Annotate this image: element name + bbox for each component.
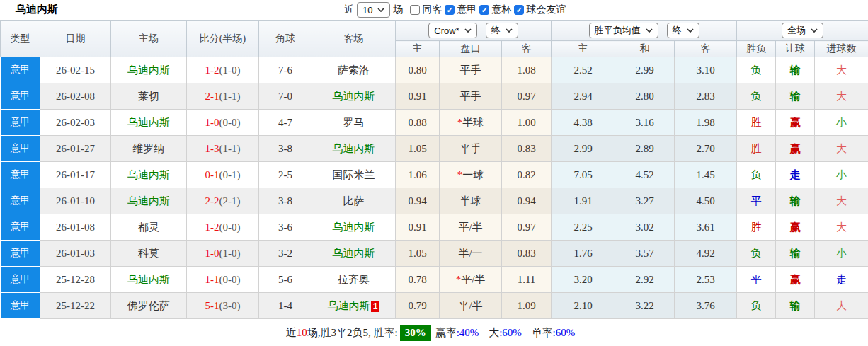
chevron-down-icon — [811, 28, 818, 33]
match-row: 意甲 26-01-03 科莫 1-0(1-0) 3-2 乌迪内斯 1.05 半/… — [1, 241, 868, 267]
score-cell: 1-0(1-0) — [187, 241, 259, 267]
rank-badge: 1 — [371, 301, 380, 312]
avg-away-odds-cell: 4.50 — [675, 188, 737, 214]
handicap-away-odds-cell: 1.00 — [502, 110, 552, 136]
date-cell: 26-01-08 — [40, 214, 111, 241]
checkbox[interactable]: ✓ — [445, 5, 455, 15]
col-header-avg-draw: 和 — [615, 41, 675, 57]
avg-away-odds-cell: 1.98 — [675, 110, 737, 136]
win-rate-badge: 30% — [400, 325, 431, 341]
away-team-cell: 国际米兰 — [312, 162, 396, 188]
avg-draw-odds-cell: 3.16 — [615, 110, 675, 136]
checkmark-icon: ✓ — [481, 6, 488, 14]
handicap-home-odds-cell: 0.91 — [396, 83, 440, 110]
corner-cell: 1-4 — [259, 293, 312, 319]
handicap-line-cell: 平/半 — [440, 214, 502, 241]
checkbox[interactable]: ✓ — [479, 5, 489, 15]
avg-away-odds-cell: 4.92 — [675, 241, 737, 267]
footer-stat: 赢率:40% — [435, 327, 479, 338]
letball-result-cell: 走 — [776, 162, 815, 188]
handicap-home-odds-cell: 1.05 — [396, 136, 440, 162]
odds-company-select[interactable]: Crow* — [428, 23, 476, 38]
checkmark-icon: ✓ — [516, 6, 522, 14]
date-cell: 26-01-03 — [40, 241, 111, 267]
league-filter[interactable]: ✓球会友谊 — [514, 4, 566, 16]
corner-cell: 3-8 — [259, 136, 312, 162]
avg-draw-odds-cell: 2.80 — [615, 83, 675, 110]
league-cell: 意甲 — [1, 267, 40, 293]
league-filter[interactable]: ✓同客 — [410, 4, 442, 16]
away-team-cell: 拉齐奥 — [312, 267, 396, 293]
filter-controls: 近 10 场 ✓同客✓意甲✓意杯✓球会友谊 — [344, 1, 566, 18]
col-header-corner: 角球 — [259, 21, 312, 57]
date-cell: 25-12-22 — [40, 293, 111, 319]
score-cell: 5-1(3-0) — [187, 293, 259, 319]
corner-cell: 7-0 — [259, 83, 312, 110]
home-team-cell: 佛罗伦萨 — [111, 293, 187, 319]
handicap-line-cell: 平手 — [440, 136, 502, 162]
corner-cell: 7-6 — [259, 57, 312, 83]
recent-label: 近 — [344, 4, 354, 16]
chevron-down-icon — [646, 28, 653, 33]
col-header-result: 胜负 — [737, 41, 776, 57]
avg-stage-value: 终 — [673, 24, 682, 37]
handicap-away-odds-cell: 1.09 — [502, 293, 552, 319]
goals-result-cell: 大 — [815, 83, 868, 110]
avg-draw-odds-cell: 2.92 — [615, 267, 675, 293]
result-cell: 负 — [737, 57, 776, 83]
letball-result-cell: 赢 — [776, 267, 815, 293]
handicap-home-odds-cell: 0.78 — [396, 267, 440, 293]
match-row: 意甲 26-01-27 维罗纳 1-3(1-1) 3-8 乌迪内斯 1.05 平… — [1, 136, 868, 162]
avg-stage-select[interactable]: 终 — [667, 23, 699, 38]
handicap-home-odds-cell: 0.91 — [396, 214, 440, 241]
league-cell: 意甲 — [1, 188, 40, 214]
chevron-down-icon — [687, 28, 694, 33]
checkmark-icon: ✓ — [447, 6, 453, 14]
handicap-home-odds-cell: 0.79 — [396, 293, 440, 319]
league-filter[interactable]: ✓意甲 — [445, 4, 476, 16]
away-team-cell: 乌迪内斯 — [312, 83, 396, 110]
goals-result-cell: 走 — [815, 267, 868, 293]
avg-home-odds-cell: 2.25 — [552, 214, 615, 241]
avg-draw-odds-cell: 3.02 — [615, 214, 675, 241]
avg-draw-odds-cell: 4.52 — [615, 162, 675, 188]
league-cell: 意甲 — [1, 214, 40, 241]
match-history-panel: 乌迪内斯 近 10 场 ✓同客✓意甲✓意杯✓球会友谊 类型 日期 主场 比分(半… — [0, 0, 868, 346]
date-cell: 26-02-03 — [40, 110, 111, 136]
handicap-line-cell: 半/一 — [440, 241, 502, 267]
goals-result-cell: 大 — [815, 188, 868, 214]
date-cell: 26-01-10 — [40, 188, 111, 214]
avg-home-odds-cell: 1.91 — [552, 188, 615, 214]
result-cell: 胜 — [737, 110, 776, 136]
home-team-cell: 乌迪内斯 — [111, 188, 187, 214]
avg-odds-select[interactable]: 胜平负均值 — [589, 23, 658, 38]
away-team-cell: 乌迪内斯 — [312, 136, 396, 162]
odds-stage-select[interactable]: 终 — [486, 23, 518, 38]
result-cell: 负 — [737, 241, 776, 267]
col-header-avg-away: 客 — [675, 41, 737, 57]
scope-select[interactable]: 全场 — [782, 23, 823, 38]
recent-count-select[interactable]: 10 — [357, 2, 390, 18]
handicap-home-odds-cell: 0.80 — [396, 57, 440, 83]
checkbox[interactable]: ✓ — [410, 5, 420, 15]
avg-draw-odds-cell: 3.22 — [615, 293, 675, 319]
away-team-cell: 乌迪内斯 — [312, 241, 396, 267]
match-row: 意甲 26-02-03 乌迪内斯 1-0(0-0) 4-7 罗马 0.88 *半… — [1, 110, 868, 136]
handicap-home-odds-cell: 0.88 — [396, 110, 440, 136]
league-cell: 意甲 — [1, 83, 40, 110]
goals-result-cell: 大 — [815, 57, 868, 83]
corner-cell: 4-7 — [259, 110, 312, 136]
avg-away-odds-cell: 3.61 — [675, 214, 737, 241]
match-row: 意甲 26-02-15 乌迪内斯 1-2(1-0) 7-6 萨索洛 0.80 平… — [1, 57, 868, 83]
checkbox[interactable]: ✓ — [514, 5, 524, 15]
score-cell: 1-3(1-1) — [187, 136, 259, 162]
footer-match-count: 10 — [297, 327, 307, 339]
avg-away-odds-cell: 1.45 — [675, 162, 737, 188]
col-header-handicap: 盘口 — [440, 41, 502, 57]
home-team-cell: 都灵 — [111, 214, 187, 241]
handicap-away-odds-cell: 0.83 — [502, 241, 552, 267]
league-filter[interactable]: ✓意杯 — [479, 4, 511, 16]
match-row: 意甲 26-01-08 都灵 1-2(0-0) 3-6 乌迪内斯 0.91 平/… — [1, 214, 868, 241]
handicap-home-odds-cell: 1.05 — [396, 241, 440, 267]
footer-stat: 大:60% — [486, 327, 521, 338]
